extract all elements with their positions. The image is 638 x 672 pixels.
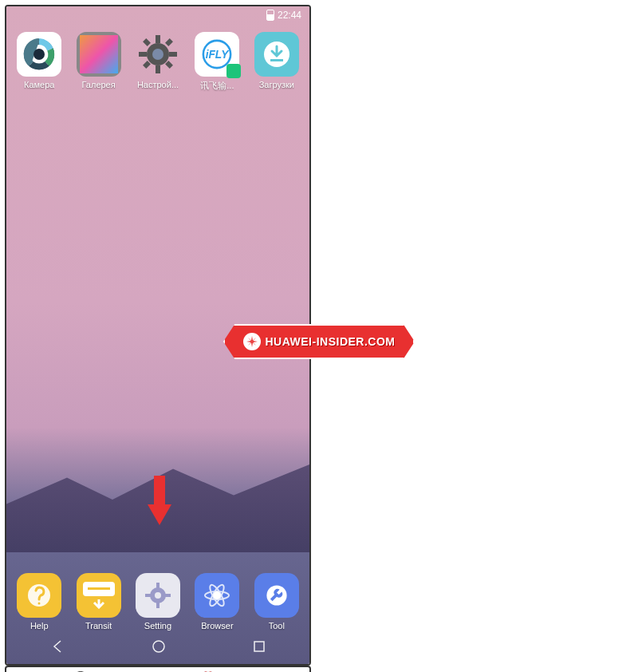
- status-bar: MTS RUS ▫ ⏰ 👁 56 % 17:44: [6, 667, 309, 672]
- dock-browser[interactable]: Browser: [191, 573, 243, 630]
- dock-label: Tool: [269, 621, 285, 630]
- app-ifly[interactable]: iFLY 讯飞输...: [191, 32, 243, 92]
- svg-point-29: [153, 641, 164, 652]
- dock-label: Transit: [85, 621, 112, 630]
- svg-rect-19: [156, 583, 160, 588]
- ifly-icon: iFLY: [195, 32, 239, 77]
- svg-text:iFLY: iFLY: [206, 49, 230, 61]
- gallery-icon: [77, 32, 121, 77]
- watermark-badge: HUAWEI-INSIDER.COM: [223, 324, 415, 359]
- app-label: 讯飞输...: [200, 80, 234, 92]
- app-label: Загрузки: [259, 80, 294, 89]
- svg-rect-7: [143, 38, 151, 46]
- dock-label: Setting: [144, 621, 171, 630]
- svg-rect-10: [143, 61, 151, 69]
- app-gallery[interactable]: Галерея: [72, 32, 124, 92]
- gear-icon: [136, 573, 180, 618]
- app-camera[interactable]: Камера: [13, 32, 65, 92]
- app-grid: Камера Галерея Настрой... iFLY 讯飞输...: [6, 24, 309, 100]
- app-label: Галерея: [82, 80, 116, 89]
- svg-point-11: [152, 49, 163, 60]
- help-icon: [17, 573, 61, 618]
- download-icon: [254, 32, 299, 77]
- nav-home[interactable]: [151, 638, 167, 658]
- huawei-logo-icon: [243, 333, 261, 350]
- battery-icon: [266, 10, 274, 21]
- app-downloads[interactable]: Загрузки: [250, 32, 303, 92]
- transit-icon: [77, 573, 121, 618]
- dock-setting[interactable]: Setting: [132, 573, 184, 630]
- dock-transit[interactable]: Transit: [72, 573, 124, 630]
- dock-label: Browser: [201, 621, 233, 630]
- app-label: Настрой...: [137, 80, 179, 89]
- svg-rect-20: [156, 603, 160, 608]
- svg-rect-4: [156, 65, 160, 73]
- svg-point-17: [38, 603, 41, 605]
- watermark-text: HUAWEI-INSIDER.COM: [266, 335, 396, 348]
- gear-icon: [136, 32, 180, 77]
- app-settings[interactable]: Настрой...: [132, 32, 184, 92]
- status-bar: 22:44: [6, 6, 309, 24]
- svg-rect-9: [165, 38, 173, 46]
- dock: Help Transit Setting Browser: [6, 573, 309, 630]
- status-time: 22:44: [278, 10, 301, 21]
- svg-rect-5: [139, 52, 147, 57]
- wrench-icon: [254, 573, 299, 618]
- svg-rect-8: [165, 61, 173, 69]
- svg-rect-15: [270, 59, 283, 61]
- dock-tool[interactable]: Tool: [250, 573, 303, 630]
- svg-point-23: [155, 592, 161, 599]
- svg-point-1: [33, 49, 45, 60]
- dock-help[interactable]: Help: [13, 573, 65, 630]
- svg-rect-6: [169, 52, 177, 57]
- svg-rect-22: [165, 594, 171, 597]
- browser-icon: [195, 573, 239, 618]
- nav-back[interactable]: [49, 638, 65, 658]
- phone-settings: MTS RUS ▫ ⏰ 👁 56 % 17:44 ‹ Setting 安卓7.1…: [5, 666, 311, 672]
- svg-rect-3: [156, 35, 160, 43]
- svg-rect-21: [145, 594, 151, 597]
- arrow-pointer-down: [148, 476, 171, 525]
- dock-label: Help: [30, 621, 49, 630]
- nav-recent[interactable]: [252, 639, 266, 657]
- nav-bar: [6, 632, 309, 664]
- app-label: Камера: [24, 80, 54, 89]
- camera-icon: [17, 32, 61, 77]
- svg-rect-30: [254, 642, 264, 651]
- badge-icon: [226, 64, 241, 78]
